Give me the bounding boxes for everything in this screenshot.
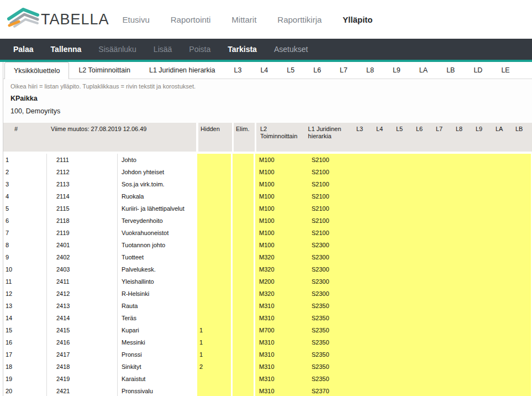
col-header-l6: L6: [413, 123, 433, 152]
tab-la[interactable]: LA: [410, 62, 437, 79]
tab-l5[interactable]: L5: [277, 62, 304, 79]
cell-l2: M100: [255, 166, 308, 178]
table-row[interactable]: 1 2111 Johto M100 S2100: [3, 154, 532, 166]
cell-row-number: 15: [3, 324, 47, 336]
tab-yksikk-luettelo[interactable]: Yksikköluettelo: [4, 62, 69, 79]
cell-hidden: [197, 166, 231, 178]
cell-unit-code: 2403: [47, 263, 118, 275]
tab-lb[interactable]: LB: [437, 62, 464, 79]
toolbar-button-poista: Poista: [189, 45, 210, 54]
cell-elim: [233, 373, 254, 385]
cell-l1: S2300: [308, 288, 361, 300]
cell-hidden: 1: [197, 336, 231, 348]
tab-l4[interactable]: L4: [251, 62, 277, 79]
table-row[interactable]: 5 2115 Kuriiri- ja lähettipalvelut M100 …: [3, 202, 532, 215]
nav-item-ylläpito[interactable]: Ylläpito: [343, 15, 372, 24]
toolbar-button-tarkista[interactable]: Tarkista: [228, 45, 257, 54]
tab-l8[interactable]: L8: [357, 62, 383, 79]
nav-item-etusivu[interactable]: Etusivu: [123, 15, 150, 24]
table-row[interactable]: 9 2402 Tuotteet M320 S2300: [3, 251, 532, 263]
cell-hidden: [197, 251, 231, 263]
tabella-logo[interactable]: TABELLA: [6, 7, 109, 32]
toolbar-button-palaa[interactable]: Palaa: [13, 45, 34, 54]
cell-l2: M100: [255, 215, 308, 227]
col-header-elim: Elim.: [234, 123, 255, 152]
table-row[interactable]: 12 2412 R-Helsinki M320 S2300: [3, 288, 532, 300]
hint-text: Oikea hiiri = listan ylläpito. Tuplaklik…: [10, 83, 532, 90]
table-row[interactable]: 18 2418 Sinkityt 2 M310 S2350: [3, 361, 532, 373]
tab-l1-juridinen-hierarkia[interactable]: L1 Juridinen hierarkia: [140, 62, 225, 79]
table-row[interactable]: 15 2415 Kupari 1 M700 S2350: [3, 324, 532, 336]
tab-l7[interactable]: L7: [330, 62, 357, 79]
table-row[interactable]: 7 2119 Vuokrahuoneistot M100 S2100: [3, 227, 532, 239]
tab-l9[interactable]: L9: [383, 62, 410, 79]
cell-elim: [233, 239, 254, 251]
action-toolbar: PalaaTallennaSisäänlukuLisääPoistaTarkis…: [0, 39, 532, 60]
table-row[interactable]: 11 2411 Yleishallinto M200 S2300: [3, 275, 532, 288]
cell-unit-name: Kuriiri- ja lähettipalvelut: [118, 202, 195, 215]
cell-unit-code: 2413: [47, 300, 118, 312]
table-row[interactable]: 4 2114 Ruokala M100 S2100: [3, 190, 532, 202]
cell-levels-group: M100 S2100: [255, 227, 531, 239]
tab-l6[interactable]: L6: [304, 62, 330, 79]
cell-l2: M100: [255, 154, 308, 166]
brand-name: TABELLA: [41, 11, 109, 28]
nav-item-mittarit[interactable]: Mittarit: [231, 15, 256, 24]
cell-hidden: [197, 239, 231, 251]
toolbar-button-asetukset[interactable]: Asetukset: [274, 45, 308, 54]
cell-l2: M100: [255, 239, 308, 251]
table-row[interactable]: 3 2113 Sos.ja virk.toim. M100 S2100: [3, 178, 532, 190]
tab-l2-toiminnoittain[interactable]: L2 Toiminnoittain: [69, 62, 140, 79]
cell-row-number: 7: [3, 227, 47, 239]
toolbar-button-tallenna[interactable]: Tallenna: [51, 45, 82, 54]
cell-row-number: 17: [3, 348, 47, 361]
tab-le[interactable]: LE: [492, 62, 519, 79]
cell-elim: [233, 361, 254, 373]
cell-unit-name: Pronssivalu: [118, 385, 195, 396]
cell-levels-group: M310 S2350: [255, 373, 531, 385]
cell-elim: [233, 263, 254, 275]
cell-elim: [233, 312, 254, 324]
cell-elim: [233, 324, 254, 336]
cell-l2: M310: [255, 373, 308, 385]
tab-ld[interactable]: LD: [464, 62, 492, 79]
nav-item-raportointi[interactable]: Raportointi: [171, 15, 211, 24]
cell-hidden: [197, 312, 231, 324]
cell-elim: [233, 336, 254, 348]
table-row[interactable]: 16 2416 Messinki 1 M310 S2350: [3, 336, 532, 348]
cell-l2: M310: [255, 336, 308, 348]
tab-l3[interactable]: L3: [224, 62, 251, 79]
table-row[interactable]: 13 2413 Rauta M310 S2350: [3, 300, 532, 312]
cell-unit-code: 2112: [47, 166, 118, 178]
cell-l1: S2350: [308, 336, 361, 348]
col-header-l2: L2 Toiminnoittain: [256, 123, 304, 152]
cell-levels-group: M310 S2350: [255, 348, 531, 361]
cell-row-number: 18: [3, 361, 47, 373]
cell-l1: S2100: [308, 227, 361, 239]
cell-unit-name: Ruokala: [118, 190, 195, 202]
table-row[interactable]: 19 2419 Karaistut M310 S2350: [3, 373, 532, 385]
cell-unit-name: Karaistut: [118, 373, 195, 385]
table-row[interactable]: 8 2401 Tuotannon johto M100 S2300: [3, 239, 532, 251]
nav-item-raporttikirja[interactable]: Raporttikirja: [277, 15, 322, 24]
toolbar-button-lisää: Lisää: [154, 45, 172, 54]
table-row[interactable]: 2 2112 Johdon yhteiset M100 S2100: [3, 166, 532, 178]
cell-l1: S2350: [308, 361, 361, 373]
col-header-l4: L4: [373, 123, 393, 152]
cell-unit-name: Vuokrahuoneistot: [118, 227, 195, 239]
cell-unit-name: Palvelukesk.: [118, 263, 195, 275]
table-row[interactable]: 10 2403 Palvelukesk. M320 S2300: [3, 263, 532, 275]
cell-l2: M100: [255, 190, 308, 202]
table-row[interactable]: 20 2421 Pronssivalu M310 S2370: [3, 385, 532, 396]
cell-unit-name: Messinki: [118, 336, 195, 348]
cell-l2: M320: [255, 288, 308, 300]
company-label: 100, Demoyritys: [10, 107, 532, 115]
table-row[interactable]: 6 2118 Terveydenhoito M100 S2100: [3, 215, 532, 227]
cell-hidden: [197, 154, 231, 166]
cell-levels-group: M100 S2100: [255, 154, 531, 166]
table-row[interactable]: 17 2417 Pronssi 1 M310 S2350: [3, 348, 532, 361]
table-body: 1 2111 Johto M100 S2100 2 2112 Johdon yh…: [3, 154, 532, 396]
cell-l1: S2100: [308, 215, 361, 227]
cell-levels-group: M100 S2100: [255, 202, 531, 215]
table-row[interactable]: 14 2414 Teräs M310 S2350: [3, 312, 532, 324]
